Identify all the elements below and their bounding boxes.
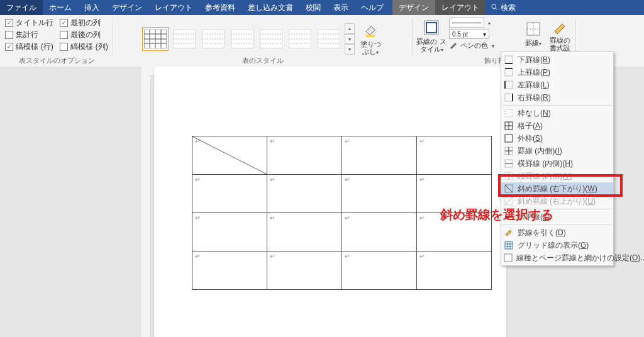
table-cell[interactable]: ↵ — [192, 213, 267, 251]
tab-review[interactable]: 校閲 — [299, 0, 327, 15]
table-styles-gallery: ▴▾▾ 塗りつぶし — [142, 19, 384, 59]
mi-left-border[interactable]: 左罫線(L) — [501, 79, 613, 91]
border-top-icon — [504, 67, 514, 77]
mi-draw-table[interactable]: 罫線を引く(D) — [501, 226, 613, 239]
gallery-scroll[interactable]: ▴▾▾ — [345, 23, 355, 55]
menu-bar: ファイル ホーム 挿入 デザイン レイアウト 参考資料 差し込み文書 校閲 表示… — [0, 0, 644, 15]
group-table-style-options: タイトル行 最初の列 集計行 最後の列 縞模様 (行) 縞模様 (列) 表スタイ… — [0, 15, 113, 67]
mi-diagonal-up[interactable]: 斜め罫線 (右上がり)(U) — [501, 195, 613, 207]
mi-inside-vertical[interactable]: 縦罫線 (内側)(V) — [501, 170, 613, 182]
style-item-5[interactable] — [287, 27, 313, 51]
border-bottom-icon — [504, 55, 514, 65]
borders-icon — [525, 20, 542, 38]
table-cell[interactable]: ↵ — [417, 251, 492, 290]
style-item-1[interactable] — [171, 27, 197, 51]
svg-line-1 — [496, 8, 497, 9]
tab-help[interactable]: ヘルプ — [355, 0, 390, 15]
separator — [502, 105, 612, 106]
table-cell[interactable]: ↵ — [417, 136, 492, 175]
table-cell[interactable]: ↵ — [267, 251, 342, 290]
pen-color-dropdown[interactable]: ペンの色 — [449, 40, 518, 50]
draw-table-icon — [504, 228, 514, 238]
tab-insert[interactable]: 挿入 — [78, 0, 106, 15]
table-cell[interactable]: ↵ — [342, 136, 417, 175]
chk-last-col[interactable]: 最後の列 — [60, 30, 108, 40]
table-cell[interactable]: ↵ — [417, 213, 492, 251]
horizontal-line-icon — [504, 212, 514, 222]
style-item-0[interactable] — [142, 27, 169, 51]
mi-horizontal-line[interactable]: 水平線(Z) — [501, 211, 613, 223]
borders-dialog-icon — [504, 253, 513, 263]
mi-all-borders[interactable]: 格子(A) — [501, 119, 613, 132]
mi-right-border[interactable]: 右罫線(R) — [501, 91, 613, 104]
mi-outside-borders[interactable]: 外枠(S) — [501, 132, 613, 145]
shading-button[interactable]: 塗りつぶし — [357, 19, 384, 59]
style-item-6[interactable] — [316, 27, 342, 51]
chk-banded-rows[interactable]: 縞模様 (行) — [5, 41, 53, 52]
svg-line-61 — [505, 185, 513, 192]
svg-rect-40 — [505, 56, 513, 64]
table-cell[interactable]: ↵ — [267, 213, 342, 251]
svg-rect-46 — [505, 94, 513, 101]
svg-line-39 — [192, 136, 267, 174]
border-all-icon — [504, 121, 514, 131]
svg-rect-52 — [505, 135, 513, 142]
search-box[interactable]: 検索 — [486, 0, 521, 15]
mi-inside-horizontal[interactable]: 横罫線 (内側)(H) — [501, 157, 613, 170]
table-cell[interactable]: ↵ — [342, 175, 417, 213]
tab-table-design[interactable]: デザイン — [392, 0, 435, 15]
mi-top-border[interactable]: 上罫線(P) — [501, 66, 613, 79]
page[interactable]: ↵ ↵ ↵ ↵ ↵↵↵↵ ↵↵↵↵ ↵↵↵↵ — [154, 67, 506, 337]
table-cell[interactable]: ↵ — [192, 175, 267, 213]
table-cell[interactable]: ↵ — [267, 175, 342, 213]
border-style-button[interactable]: 罫線の スタイル — [416, 16, 447, 57]
border-inside-h-icon — [504, 158, 514, 168]
cell-diagonal[interactable]: ↵ — [192, 136, 267, 175]
ruler-vertical — [142, 67, 151, 337]
chk-header-row[interactable]: タイトル行 — [5, 18, 53, 28]
mi-inside-borders[interactable]: 罫線 (内側)(I) — [501, 145, 613, 157]
pen-icon — [449, 40, 458, 50]
word-table[interactable]: ↵ ↵ ↵ ↵ ↵↵↵↵ ↵↵↵↵ ↵↵↵↵ — [192, 136, 492, 290]
border-diag-up-icon — [504, 196, 514, 206]
mi-borders-and-shading[interactable]: 線種とページ罫線と網かけの設定(O)... — [501, 251, 613, 264]
tab-design[interactable]: デザイン — [106, 0, 148, 15]
border-left-icon — [504, 80, 514, 90]
table-cell[interactable]: ↵ — [342, 251, 417, 290]
borders-dropdown: 下罫線(B) 上罫線(P) 左罫線(L) 右罫線(R) 枠なし(N) 格子(A)… — [501, 52, 614, 266]
line-style-dropdown[interactable] — [449, 18, 484, 28]
chk-total-row[interactable]: 集計行 — [5, 30, 53, 40]
table-cell[interactable]: ↵ — [417, 175, 492, 213]
shading-icon — [362, 21, 379, 39]
tab-references[interactable]: 参考資料 — [199, 0, 242, 15]
tab-view[interactable]: 表示 — [327, 0, 355, 15]
separator — [502, 224, 612, 225]
table-cell[interactable]: ↵ — [342, 213, 417, 251]
app-root: ファイル ホーム 挿入 デザイン レイアウト 参考資料 差し込み文書 校閲 表示… — [0, 0, 644, 337]
style-item-2[interactable] — [200, 27, 226, 51]
gridlines-icon — [504, 240, 514, 250]
border-none-icon — [504, 108, 514, 118]
chk-banded-cols[interactable]: 縞模様 (列) — [60, 41, 108, 52]
border-right-icon — [504, 92, 514, 102]
tab-home[interactable]: ホーム — [43, 0, 78, 15]
svg-rect-42 — [505, 69, 513, 76]
mi-view-gridlines[interactable]: グリッド線の表示(G) — [501, 239, 613, 251]
chk-first-col[interactable]: 最初の列 — [60, 18, 108, 28]
tab-mailings[interactable]: 差し込み文書 — [242, 0, 299, 15]
tab-file[interactable]: ファイル — [0, 0, 43, 15]
table-cell[interactable]: ↵ — [267, 136, 342, 175]
style-item-4[interactable] — [258, 27, 284, 51]
svg-point-0 — [492, 4, 496, 8]
group-label: 表のスタイル — [113, 56, 413, 65]
border-painter-icon — [551, 20, 569, 35]
mi-diagonal-down[interactable]: 斜め罫線 (右下がり)(W) — [501, 182, 613, 195]
tab-layout[interactable]: レイアウト — [148, 0, 199, 15]
mi-bottom-border[interactable]: 下罫線(B) — [501, 53, 613, 66]
style-item-3[interactable] — [229, 27, 255, 51]
table-cell[interactable]: ↵ — [192, 251, 267, 290]
separator — [502, 209, 612, 209]
line-width-dropdown[interactable]: 0.5 pt▾ — [449, 29, 489, 39]
mi-no-border[interactable]: 枠なし(N) — [501, 107, 613, 119]
tab-table-layout[interactable]: レイアウト — [435, 0, 486, 15]
